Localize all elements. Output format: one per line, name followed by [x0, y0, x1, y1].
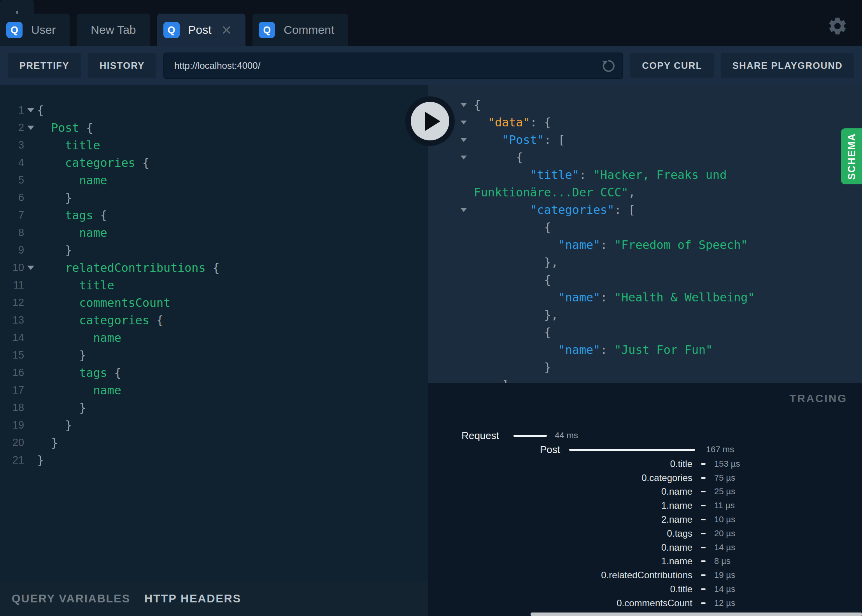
code-segment — [474, 378, 502, 383]
resolver-dash — [701, 574, 706, 576]
horizontal-scrollbar[interactable] — [531, 612, 862, 616]
tracing-resolver-row: 0.categories75 µs — [428, 471, 862, 485]
code-text: } — [474, 360, 551, 374]
tab-user[interactable]: QUser — [0, 14, 70, 46]
code-text: tags { — [37, 208, 107, 222]
resolver-path: 0.commentsCount — [428, 598, 692, 609]
code-segment: tags — [79, 366, 114, 380]
editor-line: 5 name — [0, 172, 428, 189]
tab-new-tab[interactable]: New Tab — [77, 14, 150, 46]
code-text: } — [37, 191, 72, 205]
schema-button[interactable]: SCHEMA — [841, 128, 862, 184]
code-segment: "Hacker, Freaks und — [593, 168, 727, 182]
tracing-resolver-row: 1.name8 µs — [428, 555, 862, 569]
editor-line: 14 name — [0, 329, 428, 346]
code-text: } — [37, 348, 86, 362]
share-playground-button[interactable]: SHARE PLAYGROUND — [721, 53, 854, 78]
code-text: name — [37, 173, 107, 187]
code-segment: "Health & Wellbeing" — [614, 290, 755, 304]
query-editor-pane[interactable]: 1{2 Post {3 title4 categories {5 name6 }… — [0, 85, 428, 581]
tracing-resolver-rows: 0.title153 µs0.categories75 µs0.name25 µ… — [428, 457, 862, 616]
tracing-resolver-row: 0.title14 µs — [428, 582, 862, 596]
response-line: }, — [428, 254, 862, 271]
resolver-dash — [701, 477, 706, 479]
line-number: 1 — [0, 104, 24, 116]
code-text: "name": "Freedom of Speech" — [474, 238, 748, 252]
gear-icon — [827, 16, 848, 37]
line-number: 5 — [0, 174, 24, 186]
line-number: 18 — [0, 402, 24, 414]
history-button[interactable]: HISTORY — [88, 53, 156, 78]
line-number: 7 — [0, 209, 24, 221]
editor-line: 7 tags { — [0, 206, 428, 224]
run-query-button[interactable] — [405, 96, 455, 146]
resolver-dash — [701, 519, 706, 520]
url-input[interactable] — [174, 60, 601, 71]
trace-span-label: Request — [428, 430, 499, 442]
toolbar: PRETTIFY HISTORY COPY CURL SHARE PLAYGRO… — [0, 46, 862, 85]
code-segment — [37, 383, 93, 397]
code-text: "name": "Just For Fun" — [474, 343, 713, 357]
code-segment: name — [79, 173, 107, 187]
code-segment: } — [65, 418, 72, 432]
editor-line: 8 name — [0, 224, 428, 242]
code-segment — [37, 278, 79, 292]
tab-comment[interactable]: QComment — [252, 14, 348, 46]
code-segment: { — [544, 273, 551, 287]
reload-icon[interactable] — [601, 58, 616, 74]
code-segment — [37, 138, 65, 152]
code-text: commentsCount — [37, 296, 170, 310]
query-badge: Q — [259, 22, 275, 38]
line-number: 19 — [0, 419, 24, 431]
code-segment: { — [474, 98, 481, 112]
query-variables-tab[interactable]: QUERY VARIABLES — [12, 592, 130, 605]
collapse-arrow-icon[interactable] — [461, 138, 467, 142]
code-segment: "categories" — [530, 203, 615, 217]
prettify-button[interactable]: PRETTIFY — [8, 53, 81, 78]
fold-arrow-icon[interactable] — [27, 126, 34, 130]
trace-span-request: Request 44 ms — [428, 429, 862, 443]
editor-line: 6 } — [0, 189, 428, 206]
editor-line: 15 } — [0, 346, 428, 364]
tab-post[interactable]: QPost× — [157, 14, 246, 46]
code-text: "categories": [ — [474, 203, 635, 217]
code-segment: ] — [502, 378, 509, 383]
collapse-arrow-icon[interactable] — [461, 121, 467, 124]
fold-slot — [24, 108, 37, 112]
code-text: categories { — [37, 156, 149, 170]
line-number: 10 — [0, 262, 24, 274]
fold-arrow-icon[interactable] — [27, 108, 34, 112]
collapse-arrow-icon[interactable] — [461, 156, 467, 159]
tracing-resolver-row: 0.title153 µs — [428, 457, 862, 471]
line-number: 3 — [0, 139, 24, 151]
code-segment: : [ — [614, 203, 635, 217]
line-number: 21 — [0, 454, 24, 466]
code-segment — [37, 243, 65, 257]
close-tab-icon[interactable]: × — [222, 22, 232, 38]
collapse-arrow-icon[interactable] — [461, 208, 467, 212]
code-segment: { — [544, 220, 551, 234]
settings-button[interactable] — [827, 16, 848, 37]
code-segment — [37, 418, 65, 432]
response-line: } — [428, 359, 862, 376]
response-line: "name": "Just For Fun" — [428, 341, 862, 359]
code-text: { — [37, 103, 44, 117]
fold-arrow-icon[interactable] — [27, 266, 34, 270]
code-text: { — [474, 273, 551, 287]
copy-curl-button[interactable]: COPY CURL — [630, 53, 713, 78]
resolver-path: 0.tags — [428, 528, 692, 539]
http-headers-tab[interactable]: HTTP HEADERS — [144, 592, 241, 605]
code-segment: : — [600, 343, 614, 357]
tracing-resolver-row: 0.commentsCount12 µs — [428, 596, 862, 610]
code-segment: "name" — [558, 238, 600, 252]
line-number: 13 — [0, 314, 24, 326]
resolver-time: 25 µs — [714, 486, 735, 497]
code-text: Post { — [37, 121, 93, 135]
code-segment: name — [79, 226, 107, 240]
code-text: { — [474, 150, 523, 164]
editor-line: 4 categories { — [0, 154, 428, 172]
code-segment: "data" — [488, 116, 530, 129]
collapse-arrow-icon[interactable] — [461, 103, 467, 107]
code-segment: "Post" — [502, 133, 544, 147]
code-text: } — [37, 418, 72, 432]
